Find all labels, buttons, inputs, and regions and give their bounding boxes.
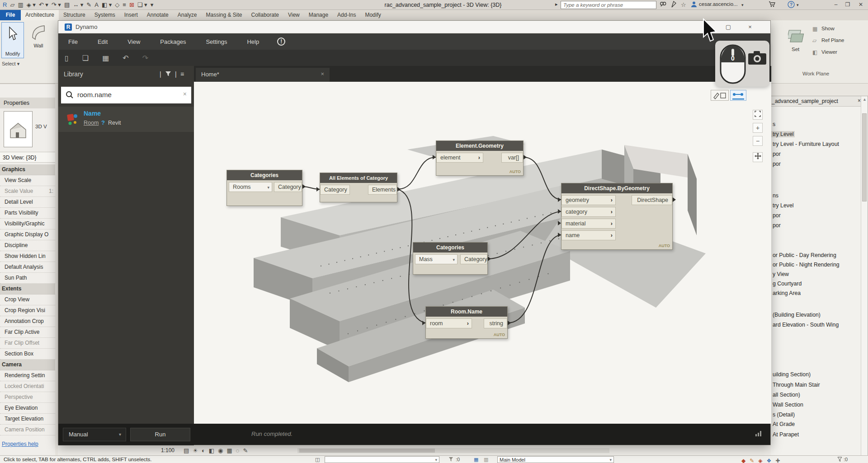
ribbon-tab[interactable]: Insert <box>120 10 142 20</box>
editable-icon[interactable]: ✎ <box>243 446 248 454</box>
property-row[interactable]: Sun Path <box>0 273 55 284</box>
horizontal-scrollbar[interactable] <box>297 448 609 453</box>
category-dropdown[interactable]: Mass <box>415 254 458 264</box>
ribbon-tab[interactable]: View <box>283 10 304 20</box>
revit-logo-icon[interactable]: R <box>3 0 7 10</box>
port-var-out[interactable]: var[] <box>501 153 523 163</box>
dynamo-titlebar[interactable]: R Dynamo – ▢ × <box>58 21 770 33</box>
user-avatar-icon[interactable] <box>691 1 697 9</box>
run-button[interactable]: Run <box>130 428 190 441</box>
ribbon-tab[interactable]: Manage <box>304 10 333 20</box>
browser-tree-item[interactable]: (Building Elevation) <box>771 312 822 318</box>
browser-tree-item[interactable]: try Level <box>771 202 795 209</box>
selection-filter-icon[interactable] <box>837 457 842 463</box>
wall-tool-button[interactable]: Wall <box>27 22 50 55</box>
browser-tree-item[interactable]: all Section) <box>771 392 802 398</box>
property-row[interactable]: Crop View <box>0 295 55 305</box>
dynamo-menu[interactable]: Settings <box>206 37 227 46</box>
camera-icon[interactable] <box>748 51 767 65</box>
ribbon-tab[interactable]: Architecture <box>21 10 59 20</box>
browser-tree-item[interactable]: At Parapet <box>771 431 800 438</box>
port-category-in[interactable]: category <box>561 207 616 217</box>
zoom-out-button[interactable]: − <box>753 136 763 146</box>
library-search-input[interactable]: room.name <box>77 91 112 98</box>
port-element-in[interactable]: element <box>436 153 483 163</box>
node-categories-rooms[interactable]: Categories Rooms Category <box>226 170 302 206</box>
port-elements-out[interactable]: Elements <box>368 185 397 195</box>
links-icon[interactable]: ❖ <box>767 456 772 463</box>
node-title[interactable]: All Elements of Category <box>320 173 397 183</box>
new-file-icon[interactable]: ▯ <box>65 54 69 62</box>
port-string-out[interactable]: string <box>484 318 507 328</box>
node-room-name[interactable]: Room.Name room string AUTO <box>425 306 508 339</box>
property-row[interactable]: Detail Level <box>0 197 55 208</box>
worksets-icon[interactable]: ◆ <box>741 456 745 463</box>
worksharing-display-icon[interactable]: ▦ <box>474 457 478 463</box>
property-row[interactable]: Far Clip Active <box>0 327 55 338</box>
print-icon[interactable]: ▤ <box>64 0 70 10</box>
dynamo-menu[interactable]: View <box>127 37 140 46</box>
port-name-in[interactable]: name <box>561 230 616 240</box>
section-icon[interactable]: ◇ <box>115 0 119 10</box>
aligned-dimension-icon[interactable]: ✎ <box>86 0 91 10</box>
zoom-fit-button[interactable] <box>753 110 763 120</box>
tab-close-icon[interactable]: × <box>321 70 324 77</box>
search-icon[interactable] <box>660 1 666 9</box>
scroll-up-icon[interactable]: ▲ <box>863 97 867 102</box>
ribbon-tab[interactable]: Add-Ins <box>333 10 360 20</box>
property-row[interactable]: Rendering Settin <box>0 370 55 381</box>
crop-view-icon[interactable]: ◧ <box>209 446 214 454</box>
design-options-combobox[interactable]: Main Model▾ <box>497 456 614 463</box>
ribbon-tab[interactable]: Analyze <box>173 10 202 20</box>
browser-tree-item[interactable]: or Public - Night Rendering <box>771 262 841 268</box>
dynamo-menu[interactable]: File <box>68 37 78 46</box>
browser-tree-item[interactable]: Through Main Stair <box>771 382 821 388</box>
save-icon[interactable]: ▥ <box>18 0 23 10</box>
file-tab[interactable]: File <box>0 10 21 20</box>
open-file-icon[interactable]: ❏ <box>82 54 89 62</box>
graph-view-toggle-button[interactable] <box>730 90 746 101</box>
property-row[interactable]: View Scale <box>0 175 55 186</box>
ribbon-tab[interactable]: Annotate <box>142 10 173 20</box>
dynamo-menu[interactable]: Help <box>247 37 259 46</box>
node-title[interactable]: Categories <box>227 170 302 180</box>
scrollbar-thumb[interactable] <box>862 113 867 201</box>
library-search-result[interactable]: Name Room ? Revit <box>58 107 194 132</box>
analytical-model-icon[interactable]: ▦ <box>226 446 232 454</box>
browser-tree-item[interactable]: uilding Section) <box>771 371 812 378</box>
property-row[interactable]: Discipline <box>0 240 55 251</box>
category-dropdown[interactable]: Rooms <box>229 182 272 192</box>
home-workspace-tab[interactable]: Home* × <box>196 68 330 82</box>
pan-button[interactable] <box>753 152 763 162</box>
node-element-geometry[interactable]: Element.Geometry element var[] AUTO <box>436 140 524 176</box>
browser-tree-item[interactable]: arking Area <box>771 290 802 296</box>
constraints-icon[interactable]: ◌ <box>236 446 240 454</box>
port-directshape-out[interactable]: DirectShape <box>632 195 672 205</box>
node-title[interactable]: Element.Geometry <box>436 141 523 151</box>
worksets-status-icon[interactable]: ◫ <box>315 457 320 463</box>
property-row[interactable]: Graphics <box>0 164 55 175</box>
customize-qat-icon[interactable]: ▾ <box>151 0 154 10</box>
ribbon-tab[interactable]: Massing & Site <box>202 10 247 20</box>
editing-filter-icon[interactable] <box>448 457 453 463</box>
property-row[interactable]: Scale Value1: <box>0 186 55 197</box>
worksharing-monitor-icon[interactable]: ▥ <box>484 457 488 463</box>
editing-requests-icon[interactable]: ✎ <box>750 456 754 463</box>
node-all-elements-of-category[interactable]: All Elements of Category Category Elemen… <box>320 173 397 202</box>
run-mode-dropdown[interactable]: Manual ▾ <box>63 428 126 441</box>
property-row[interactable]: Locked Orientati <box>0 381 55 392</box>
port-category-in[interactable]: Category <box>320 185 350 195</box>
browser-tree-item[interactable]: por <box>771 151 782 157</box>
signed-in-user[interactable]: cesar.ascencio... <box>699 1 738 7</box>
browser-tree-item[interactable]: s (Detail) <box>771 412 796 418</box>
node-categories-mass[interactable]: Categories Mass Category <box>413 242 488 275</box>
browser-tree-item[interactable]: Wall Section <box>771 402 805 408</box>
shadows-icon[interactable]: ◐ <box>202 446 205 454</box>
property-row[interactable]: Target Elevation <box>0 414 55 425</box>
property-row[interactable]: Default Analysis <box>0 262 55 273</box>
property-row[interactable]: Visibility/Graphic <box>0 219 55 229</box>
design-options-icon[interactable]: ◈ <box>758 456 762 463</box>
dynamo-menu[interactable]: Packages <box>160 37 186 46</box>
browser-tree-item[interactable]: At Grade <box>771 421 796 427</box>
visual-style-icon[interactable]: ▤ <box>184 446 189 454</box>
